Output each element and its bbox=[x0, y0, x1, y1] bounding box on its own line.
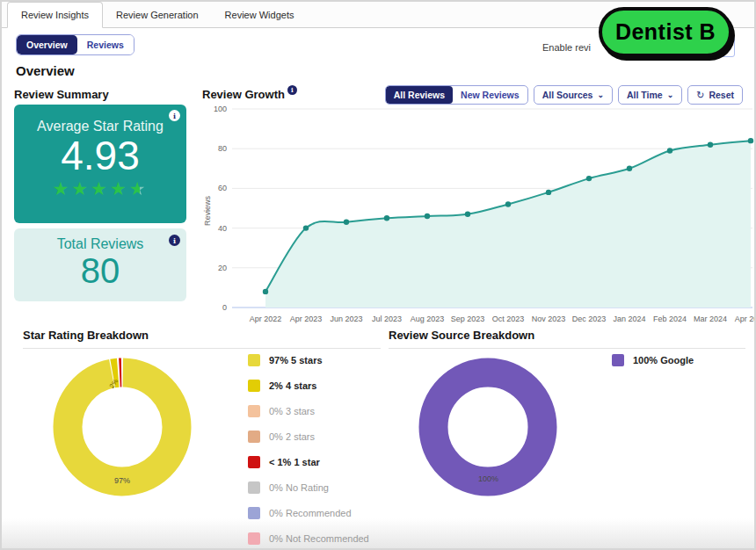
legend-swatch bbox=[248, 456, 260, 468]
star-breakdown-title: Star Rating Breakdown bbox=[23, 329, 381, 349]
svg-text:20: 20 bbox=[218, 264, 227, 272]
source-breakdown-legend: 100% Google bbox=[612, 354, 694, 380]
tab-review-generation[interactable]: Review Generation bbox=[103, 3, 212, 27]
data-point[interactable] bbox=[748, 138, 753, 143]
svg-text:Oct 2023: Oct 2023 bbox=[492, 315, 525, 323]
star-rating-icons: ★★★★★ bbox=[14, 179, 186, 198]
svg-text:100: 100 bbox=[214, 105, 227, 113]
review-growth-chart[interactable]: 020406080100ReviewsApr 2022Apr 2023Jun 2… bbox=[202, 104, 754, 329]
legend-label: 0% 3 stars bbox=[269, 406, 315, 416]
average-rating-card: i Average Star Rating 4.93 ★★★★★ bbox=[14, 105, 186, 223]
svg-text:Nov 2023: Nov 2023 bbox=[532, 315, 566, 323]
legend-item-1-star[interactable]: < 1% 1 star bbox=[248, 456, 369, 468]
reset-icon: ↻ bbox=[696, 90, 704, 100]
dentist-b-badge: Dentist B bbox=[599, 7, 732, 57]
data-point[interactable] bbox=[303, 225, 309, 230]
data-point[interactable] bbox=[505, 201, 511, 206]
legend-label: 97% 5 stars bbox=[269, 355, 323, 365]
data-point[interactable] bbox=[344, 220, 349, 225]
legend-swatch bbox=[248, 532, 260, 545]
reset-label: Reset bbox=[709, 90, 734, 100]
data-point[interactable] bbox=[546, 190, 551, 195]
svg-text:Jan 2024: Jan 2024 bbox=[613, 315, 645, 323]
legend-swatch bbox=[248, 380, 260, 392]
legend-item-4-stars[interactable]: 2% 4 stars bbox=[248, 380, 369, 392]
view-toggle: Overview Reviews bbox=[16, 34, 134, 55]
legend-item-google[interactable]: 100% Google bbox=[612, 354, 694, 366]
filter-new-reviews[interactable]: New Reviews bbox=[453, 86, 527, 104]
star-breakdown-donut[interactable]: 97%2% bbox=[47, 352, 197, 502]
all-time-dropdown[interactable]: All Time ⌄ bbox=[618, 85, 682, 105]
legend-item-no-rating[interactable]: 0% No Rating bbox=[248, 481, 369, 494]
review-summary-title: Review Summary bbox=[14, 88, 109, 101]
toggle-overview[interactable]: Overview bbox=[17, 35, 77, 54]
svg-text:0: 0 bbox=[222, 303, 227, 312]
total-reviews-label: Total Reviews bbox=[14, 236, 186, 252]
svg-text:Jun 2023: Jun 2023 bbox=[330, 315, 362, 323]
data-point[interactable] bbox=[384, 215, 389, 221]
data-point[interactable] bbox=[465, 212, 470, 217]
info-icon[interactable]: i bbox=[169, 110, 180, 121]
legend-label: 100% Google bbox=[633, 355, 694, 365]
donut-slice-5-stars[interactable] bbox=[67, 372, 178, 482]
legend-label: 2% 4 stars bbox=[269, 380, 316, 391]
legend-label: 0% Recommended bbox=[269, 508, 352, 518]
total-reviews-card: i Total Reviews 80 bbox=[14, 228, 186, 301]
review-growth-title: Review Growth i bbox=[202, 88, 297, 101]
legend-item-5-stars[interactable]: 97% 5 stars bbox=[248, 354, 369, 366]
all-time-label: All Time bbox=[627, 90, 663, 100]
legend-item-3-stars[interactable]: 0% 3 stars bbox=[248, 405, 369, 417]
svg-text:Jul 2023: Jul 2023 bbox=[372, 315, 402, 323]
svg-text:Feb 2024: Feb 2024 bbox=[653, 315, 687, 323]
legend-item-not-recommended[interactable]: 0% Not Recommended bbox=[248, 532, 369, 545]
svg-text:80: 80 bbox=[218, 144, 227, 153]
svg-text:60: 60 bbox=[218, 184, 227, 192]
source-breakdown-donut[interactable]: 100% bbox=[413, 352, 563, 502]
legend-swatch bbox=[248, 354, 260, 366]
tab-review-widgets[interactable]: Review Widgets bbox=[212, 3, 308, 27]
data-point[interactable] bbox=[263, 289, 268, 294]
svg-text:Dec 2023: Dec 2023 bbox=[572, 315, 607, 323]
svg-text:Reviews: Reviews bbox=[203, 195, 212, 226]
donut-value-label: 97% bbox=[114, 476, 130, 485]
star-breakdown-legend: 97% 5 stars2% 4 stars0% 3 stars0% 2 star… bbox=[248, 354, 369, 550]
svg-text:Mar 2024: Mar 2024 bbox=[694, 315, 727, 323]
bottom-fade bbox=[2, 518, 754, 548]
toggle-reviews[interactable]: Reviews bbox=[77, 35, 134, 54]
data-point[interactable] bbox=[586, 176, 592, 181]
tab-review-insights[interactable]: Review Insights bbox=[7, 2, 103, 28]
source-breakdown-title: Review Source Breakdown bbox=[389, 329, 745, 349]
svg-text:Apr 2023: Apr 2023 bbox=[290, 315, 323, 323]
page-title: Overview bbox=[16, 63, 75, 78]
data-point[interactable] bbox=[627, 166, 632, 171]
svg-text:Sep 2023: Sep 2023 bbox=[451, 315, 485, 323]
full-stars-icon: ★★★★ bbox=[52, 178, 128, 199]
all-sources-label: All Sources bbox=[542, 90, 593, 100]
data-point[interactable] bbox=[708, 141, 713, 147]
donut-value-label: 100% bbox=[478, 474, 498, 483]
legend-swatch bbox=[248, 431, 260, 443]
filter-all-reviews[interactable]: All Reviews bbox=[386, 86, 453, 104]
review-dashboard: Review Insights Review Generation Review… bbox=[0, 0, 756, 550]
legend-swatch bbox=[612, 354, 624, 366]
review-growth-title-text: Review Growth bbox=[202, 88, 285, 101]
legend-item-recommended[interactable]: 0% Recommended bbox=[248, 507, 369, 519]
legend-swatch bbox=[248, 405, 260, 417]
donut-slice-google[interactable] bbox=[433, 373, 542, 481]
reset-button[interactable]: ↻ Reset bbox=[687, 85, 743, 105]
info-icon[interactable]: i bbox=[287, 85, 297, 95]
legend-swatch bbox=[248, 507, 260, 519]
total-reviews-value: 80 bbox=[14, 252, 186, 289]
chart-filters: All Reviews New Reviews All Sources ⌄ Al… bbox=[385, 85, 743, 105]
legend-swatch bbox=[248, 481, 260, 494]
data-point[interactable] bbox=[667, 148, 672, 153]
legend-label: 0% 2 stars bbox=[269, 431, 315, 442]
chevron-down-icon: ⌄ bbox=[667, 91, 674, 99]
data-point[interactable] bbox=[425, 213, 430, 219]
legend-item-2-stars[interactable]: 0% 2 stars bbox=[248, 431, 369, 443]
all-sources-dropdown[interactable]: All Sources ⌄ bbox=[534, 85, 613, 105]
chevron-down-icon: ⌄ bbox=[597, 91, 604, 99]
info-icon[interactable]: i bbox=[169, 235, 180, 246]
svg-text:Aug 2023: Aug 2023 bbox=[411, 315, 445, 323]
legend-label: 0% Not Recommended bbox=[269, 533, 369, 544]
